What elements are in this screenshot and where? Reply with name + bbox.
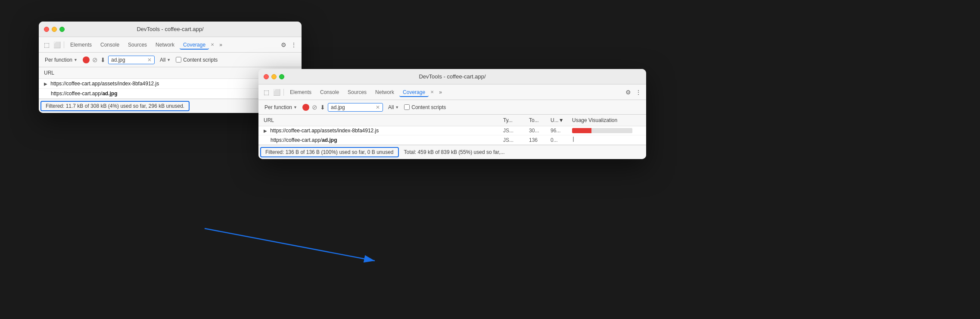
record-button-2[interactable] — [302, 104, 309, 111]
status-bar-highlighted-1: Filtered: 11.7 kB of 308 kB (4%) used so… — [40, 101, 190, 111]
close-button-2[interactable] — [264, 74, 269, 79]
tab-sources-1[interactable]: Sources — [124, 40, 150, 50]
status-bar-wrapper-2: Filtered: 136 B of 136 B (100%) used so … — [258, 145, 646, 159]
devtools-window-2: DevTools - coffee-cart.app/ ⬚ ⬜ Elements… — [258, 69, 646, 159]
svg-line-1 — [205, 228, 375, 261]
all-dropdown-icon-2: ▼ — [395, 105, 399, 109]
triangle-icon-3: ▶ — [264, 128, 267, 133]
search-box-1[interactable]: ✕ — [108, 56, 155, 64]
titlebar-1: DevTools - coffee-cart.app/ — [39, 22, 302, 37]
minimize-button-2[interactable] — [271, 74, 277, 79]
url-bold-part-2: ad.jpg — [102, 91, 117, 97]
settings-icon-1[interactable]: ⚙ — [279, 41, 288, 49]
download-button-1[interactable]: ⬇ — [100, 56, 106, 63]
status-bar-highlighted-2: Filtered: 136 B of 136 B (100%) used so … — [260, 147, 399, 157]
tab-sources-2[interactable]: Sources — [344, 88, 370, 97]
col-url-header-2: URL — [264, 117, 503, 123]
col-viz-header-2: Usage Visualization — [572, 117, 641, 123]
devtools-toolbar-1: Per function ▼ ⊘ ⬇ ✕ All ▼ Content scrip… — [39, 53, 302, 67]
maximize-button-1[interactable] — [59, 27, 65, 32]
minimize-button-1[interactable] — [52, 27, 57, 32]
search-input-2[interactable] — [331, 104, 374, 110]
download-button-2[interactable]: ⬇ — [320, 104, 325, 111]
more-icon-2[interactable]: ⋮ — [634, 88, 643, 97]
triangle-icon-1: ▶ — [44, 81, 47, 86]
unused-text-4: 0... — [551, 137, 572, 143]
record-button-1[interactable] — [83, 56, 90, 63]
inspector-icon-2[interactable]: ⬜ — [272, 88, 281, 97]
devtools-toolbar-2: Per function ▼ ⊘ ⬇ ✕ All ▼ Content scrip… — [258, 100, 646, 115]
url-text-1: https://coffee-cart.app/assets/index-8bf… — [50, 81, 159, 87]
tab-elements-2[interactable]: Elements — [286, 88, 315, 97]
search-input-1[interactable] — [111, 57, 146, 63]
tab-elements-1[interactable]: Elements — [67, 40, 95, 50]
close-tab-1[interactable]: ✕ — [211, 42, 214, 47]
content-scripts-label-2[interactable]: Content scripts — [404, 104, 446, 110]
tab-network-2[interactable]: Network — [372, 88, 398, 97]
cursor-icon-1[interactable]: ⬚ — [42, 41, 51, 49]
clear-button-2[interactable]: ⊘ — [312, 103, 317, 111]
filtered-text-1: Filtered: 11.7 kB of 308 kB (4%) used so… — [46, 103, 184, 109]
total-text-3: 30... — [529, 128, 551, 134]
tab-console-1[interactable]: Console — [97, 40, 123, 50]
close-button-1[interactable] — [44, 27, 49, 32]
col-unused-header-2: U...▼ — [551, 117, 572, 123]
search-box-2[interactable]: ✕ — [328, 103, 383, 112]
inspector-icon-1[interactable]: ⬜ — [53, 41, 61, 49]
table-header-2: URL Ty... To... U...▼ Usage Visualizatio… — [258, 115, 646, 126]
url-bold-part-4: ad.jpg — [322, 137, 337, 143]
viz-4 — [572, 137, 641, 143]
traffic-lights-1 — [44, 27, 65, 32]
tab-more-1[interactable]: » — [216, 40, 226, 50]
table-row-3: ▶ https://coffee-cart.app/assets/index-8… — [258, 126, 646, 135]
type-text-3: JS... — [503, 128, 529, 134]
content-scripts-checkbox-1[interactable] — [176, 57, 181, 63]
close-tab-2[interactable]: ✕ — [430, 90, 434, 94]
per-function-button-1[interactable]: Per function ▼ — [42, 56, 80, 64]
search-clear-icon-1[interactable]: ✕ — [147, 57, 152, 63]
sep-2 — [283, 89, 284, 96]
tab-more-2[interactable]: » — [436, 88, 445, 97]
per-function-dropdown-icon-2: ▼ — [293, 105, 297, 109]
usage-bar-container-3 — [572, 128, 632, 133]
cursor-icon-2[interactable]: ⬚ — [262, 88, 271, 97]
settings-icon-2[interactable]: ⚙ — [624, 88, 632, 97]
type-text-4: JS... — [503, 137, 529, 143]
total-text-status-2: Total: 459 kB of 839 kB (55%) used so fa… — [401, 149, 508, 155]
url-text-3: ▶ https://coffee-cart.app/assets/index-8… — [264, 128, 503, 134]
table-row-4: https://coffee-cart.app/ad.jpg JS... 136… — [258, 135, 646, 145]
traffic-lights-2 — [264, 74, 284, 79]
all-dropdown-1[interactable]: All ▼ — [157, 56, 173, 64]
tab-bar-2: ⬚ ⬜ Elements Console Sources Network Cov… — [258, 84, 646, 100]
maximize-button-2[interactable] — [279, 74, 284, 79]
viz-tick-4 — [573, 137, 574, 142]
search-clear-icon-2[interactable]: ✕ — [376, 104, 380, 110]
content-scripts-label-1[interactable]: Content scripts — [176, 57, 218, 63]
filtered-text-2: Filtered: 136 B of 136 B (100%) used so … — [265, 149, 394, 155]
titlebar-2: DevTools - coffee-cart.app/ — [258, 69, 646, 84]
all-dropdown-2[interactable]: All ▼ — [386, 103, 401, 112]
window-title-2: DevTools - coffee-cart.app/ — [419, 73, 485, 80]
viz-3 — [572, 128, 641, 133]
total-text-4: 136 — [529, 137, 551, 143]
table-body-2: ▶ https://coffee-cart.app/assets/index-8… — [258, 126, 646, 145]
url-text-4: https://coffee-cart.app/ad.jpg — [271, 137, 503, 143]
all-dropdown-icon-1: ▼ — [167, 58, 171, 62]
window-title-1: DevTools - coffee-cart.app/ — [137, 26, 203, 32]
col-type-header-2: Ty... — [503, 117, 529, 123]
usage-bar-used-3 — [572, 128, 591, 133]
sep-1 — [64, 41, 64, 48]
tab-coverage-1[interactable]: Coverage — [180, 40, 209, 50]
col-total-header-2: To... — [529, 117, 551, 123]
clear-button-1[interactable]: ⊘ — [92, 56, 98, 64]
per-function-dropdown-icon-1: ▼ — [74, 58, 78, 62]
col-url-header-1: URL — [44, 70, 54, 76]
tab-console-2[interactable]: Console — [317, 88, 342, 97]
content-scripts-checkbox-2[interactable] — [404, 104, 410, 110]
more-icon-1[interactable]: ⋮ — [289, 41, 298, 49]
url-text-2: https://coffee-cart.app/ad.jpg — [51, 91, 118, 97]
tab-bar-1: ⬚ ⬜ Elements Console Sources Network Cov… — [39, 37, 302, 53]
per-function-button-2[interactable]: Per function ▼ — [262, 103, 300, 112]
tab-network-1[interactable]: Network — [152, 40, 178, 50]
tab-coverage-2[interactable]: Coverage — [399, 88, 429, 97]
